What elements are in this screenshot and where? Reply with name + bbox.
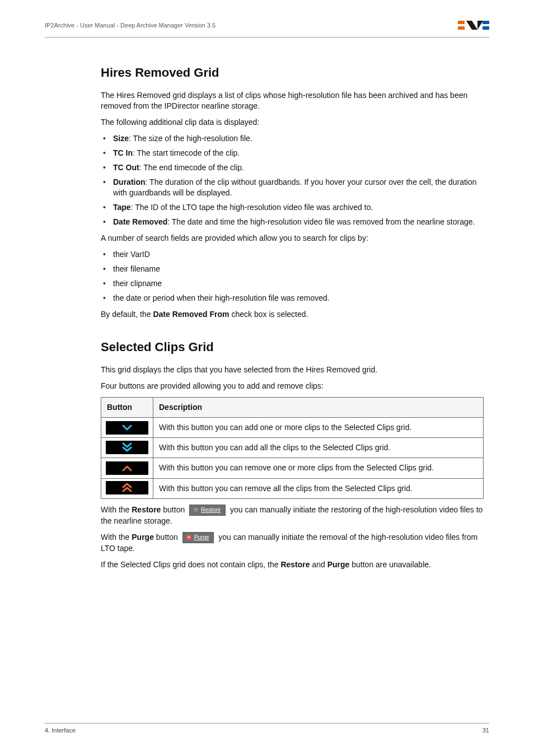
svg-marker-3 xyxy=(477,21,483,30)
svg-rect-0 xyxy=(458,21,465,24)
text: button xyxy=(161,505,187,514)
field-label: Duration xyxy=(113,178,146,186)
cell-desc: With this button you can add all the cli… xyxy=(153,438,484,458)
svg-rect-4 xyxy=(483,21,489,24)
list-item: TC In: The start timecode of the clip. xyxy=(101,148,484,158)
restore-icon: ⟳ xyxy=(193,507,199,513)
evs-logo xyxy=(458,20,489,31)
list-item: Size: The size of the high-resolution fi… xyxy=(101,133,484,144)
text: With the xyxy=(101,533,132,542)
text: If the Selected Clips grid does not cont… xyxy=(101,560,280,569)
hires-intro: The Hires Removed grid displays a list o… xyxy=(101,90,484,111)
text-bold: Purge xyxy=(132,533,154,542)
icon-cell xyxy=(101,418,153,438)
unavailable-note: If the Selected Clips grid does not cont… xyxy=(101,559,484,570)
cell-desc: With this button you can add one or more… xyxy=(153,418,484,438)
table-header-row: Button Description xyxy=(101,398,484,418)
chevron-up-icon[interactable] xyxy=(106,461,148,475)
list-item: the date or period when their high-resol… xyxy=(101,293,484,304)
purge-icon: ✕ xyxy=(186,535,192,540)
table-row: With this button you can add all the cli… xyxy=(101,438,484,458)
col-button: Button xyxy=(101,398,153,418)
table-row: With this button you can remove one or m… xyxy=(101,458,484,478)
page-footer: 4. Interface 31 xyxy=(45,723,489,734)
list-item: their filename xyxy=(101,264,484,274)
selected-intro2: Four buttons are provided allowing you t… xyxy=(101,381,484,391)
field-desc: : The date and time the high-resolution … xyxy=(167,217,475,226)
icon-cell xyxy=(101,458,153,478)
footer-divider xyxy=(45,723,489,724)
field-label: Size xyxy=(113,134,129,143)
svg-rect-5 xyxy=(483,26,489,30)
text-bold: Purge xyxy=(327,560,350,569)
button-label: Purge xyxy=(194,534,209,542)
field-label: TC Out xyxy=(113,163,139,172)
text-bold: Restore xyxy=(280,560,310,569)
text: By default, the xyxy=(101,310,153,319)
header-title: IP2Archive - User Manual - Deep Archive … xyxy=(45,22,216,29)
button-label: Restore xyxy=(201,506,221,514)
table-row: With this button you can remove all the … xyxy=(101,478,484,498)
search-intro: A number of search fields are provided w… xyxy=(101,233,484,244)
page-header: IP2Archive - User Manual - Deep Archive … xyxy=(45,17,489,34)
page-content: Hires Removed Grid The Hires Removed gri… xyxy=(101,38,484,570)
purge-button[interactable]: ✕Purge xyxy=(182,532,214,543)
default-note: By default, the Date Removed From check … xyxy=(101,309,484,320)
text-bold: Date Removed From xyxy=(153,310,229,319)
text: check box is selected. xyxy=(229,310,308,319)
text: and xyxy=(310,560,327,569)
field-desc: : The ID of the LTO tape the high-resolu… xyxy=(131,203,373,212)
field-label: Date Removed xyxy=(113,217,167,226)
text: With the xyxy=(101,505,132,514)
chevron-down-icon[interactable] xyxy=(106,421,148,435)
icon-cell xyxy=(101,478,153,498)
hires-intro2: The following additional clip data is di… xyxy=(101,117,484,128)
hires-heading: Hires Removed Grid xyxy=(101,64,484,81)
double-chevron-down-icon[interactable] xyxy=(106,441,148,454)
field-desc: : The duration of the clip without guard… xyxy=(113,178,477,197)
icon-cell xyxy=(101,438,153,458)
purge-paragraph: With the Purge button ✕Purge you can man… xyxy=(101,532,484,554)
selected-intro: This grid displays the clips that you ha… xyxy=(101,365,484,375)
restore-button[interactable]: ⟳Restore xyxy=(189,505,226,516)
cell-desc: With this button you can remove all the … xyxy=(153,478,484,498)
footer-page-number: 31 xyxy=(483,727,489,734)
text-bold: Restore xyxy=(132,505,161,514)
list-item: Date Removed: The date and time the high… xyxy=(101,217,484,227)
restore-paragraph: With the Restore button ⟳Restore you can… xyxy=(101,505,484,526)
cell-desc: With this button you can remove one or m… xyxy=(153,458,484,478)
double-chevron-up-icon[interactable] xyxy=(106,481,148,494)
field-desc: : The end timecode of the clip. xyxy=(139,163,244,172)
text: button are unavailable. xyxy=(349,560,431,569)
selected-heading: Selected Clips Grid xyxy=(101,339,484,356)
text: button xyxy=(154,533,180,542)
footer-section: 4. Interface xyxy=(45,727,76,734)
svg-marker-2 xyxy=(466,21,477,30)
buttons-table: Button Description With this button you … xyxy=(101,397,484,498)
field-desc: : The size of the high-resolution file. xyxy=(129,134,252,143)
hires-field-list: Size: The size of the high-resolution fi… xyxy=(101,133,484,227)
col-description: Description xyxy=(153,398,484,418)
list-item: Tape: The ID of the LTO tape the high-re… xyxy=(101,202,484,213)
svg-rect-1 xyxy=(458,26,465,30)
search-list: their VarID their filename their clipnam… xyxy=(101,249,484,304)
list-item: Duration: The duration of the clip witho… xyxy=(101,177,484,198)
list-item: TC Out: The end timecode of the clip. xyxy=(101,162,484,173)
table-row: With this button you can add one or more… xyxy=(101,418,484,438)
field-desc: : The start timecode of the clip. xyxy=(133,148,240,157)
list-item: their clipname xyxy=(101,278,484,289)
field-label: Tape xyxy=(113,203,131,212)
list-item: their VarID xyxy=(101,249,484,260)
field-label: TC In xyxy=(113,148,133,157)
